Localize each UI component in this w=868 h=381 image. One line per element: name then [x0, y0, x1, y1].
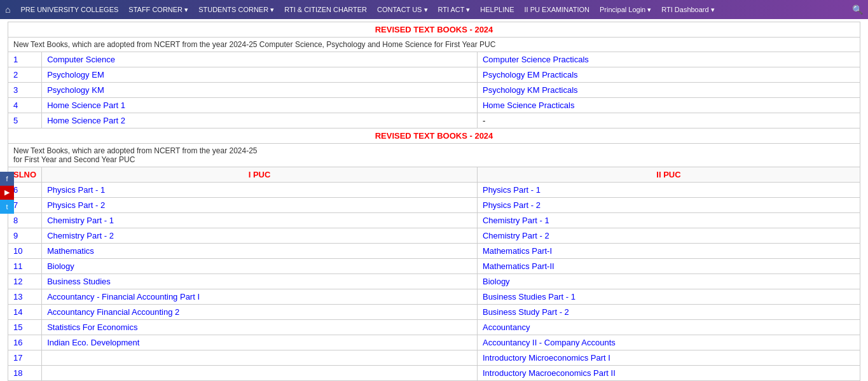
- iipuc-link[interactable]: Introductory Microeconomics Part I: [483, 353, 610, 363]
- iipuc-cell: -: [477, 113, 860, 128]
- table-row: 8Chemistry Part - 1Chemistry Part - 1: [8, 213, 860, 228]
- table-row: 4 Home Science Part 1 Home Science Pract…: [8, 98, 860, 113]
- iipuc-link[interactable]: Computer Science Practicals: [483, 55, 589, 64]
- navbar: ⌂ PRE UNIVERSITY COLLEGES STAFF CORNER ▾…: [0, 0, 868, 19]
- ipuc-link[interactable]: Business Studies: [47, 277, 111, 286]
- iipuc-link[interactable]: Mathematics Part-I: [483, 246, 552, 256]
- table-row: 15Statistics For EconomicsAccountancy: [8, 320, 860, 335]
- nav-ii-pu[interactable]: II PU EXAMINATION: [520, 6, 595, 13]
- ipuc-cell: Chemistry Part - 2: [42, 228, 478, 244]
- iipuc-link[interactable]: Physics Part - 1: [483, 185, 541, 195]
- iipuc-link[interactable]: Psychology KM Practicals: [483, 85, 578, 95]
- iipuc-link[interactable]: Chemistry Part - 1: [483, 216, 549, 225]
- section2-intro: New Text Books, which are adopted from N…: [8, 144, 860, 167]
- nav-pre-university[interactable]: PRE UNIVERSITY COLLEGES: [15, 6, 123, 13]
- slno-cell: 11: [8, 259, 42, 274]
- slno-cell: 5: [8, 113, 42, 128]
- iipuc-cell: Psychology KM Practicals: [477, 83, 860, 98]
- ipuc-cell: Home Science Part 2: [42, 113, 478, 128]
- ipuc-link[interactable]: Indian Eco. Development: [47, 338, 139, 347]
- table-row: 1 Computer Science Computer Science Prac…: [8, 52, 860, 67]
- table-row: 11BiologyMathematics Part-II: [8, 259, 860, 274]
- slno-cell: 9: [8, 228, 42, 244]
- ipuc-link[interactable]: Psychology EM: [47, 70, 104, 80]
- ipuc-link[interactable]: Physics Part - 1: [47, 185, 105, 195]
- iipuc-link[interactable]: Mathematics Part-II: [483, 261, 555, 271]
- iipuc-link[interactable]: Business Studies Part - 1: [483, 292, 575, 301]
- section2-intro-row: New Text Books, which are adopted from N…: [8, 144, 860, 167]
- table-row: 2 Psychology EM Psychology EM Practicals: [8, 67, 860, 83]
- ipuc-cell: Statistics For Economics: [42, 320, 478, 335]
- iipuc-link[interactable]: Psychology EM Practicals: [483, 70, 578, 80]
- ipuc-link[interactable]: Accountancy - Financial Accounting Part …: [47, 292, 200, 301]
- ipuc-cell: Home Science Part 1: [42, 98, 478, 113]
- iipuc-link[interactable]: Business Study Part - 2: [483, 307, 569, 317]
- social-bar: f ▶ t: [0, 172, 14, 214]
- ipuc-link[interactable]: Computer Science: [47, 55, 115, 64]
- iipuc-link[interactable]: Biology: [483, 277, 510, 286]
- iipuc-cell: Accountancy II - Company Accounts: [477, 335, 860, 350]
- ipuc-link[interactable]: Psychology KM: [47, 85, 104, 95]
- ipuc-link[interactable]: Physics Part - 2: [47, 200, 105, 210]
- nav-rti-citizen[interactable]: RTI & CITIZEN CHARTER: [279, 6, 372, 13]
- nav-students-corner[interactable]: STUDENTS CORNER ▾: [193, 6, 279, 14]
- ipuc-link[interactable]: Chemistry Part - 2: [47, 231, 114, 240]
- section1-intro-row: New Text Books, which are adopted from N…: [8, 38, 860, 52]
- nav-contact-us[interactable]: CONTACT US ▾: [372, 6, 433, 14]
- ipuc-cell: Psychology EM: [42, 67, 478, 83]
- iipuc-link[interactable]: Chemistry Part - 2: [483, 231, 549, 240]
- ipuc-link[interactable]: Mathematics: [47, 246, 94, 256]
- ipuc-cell: [42, 366, 478, 381]
- nav-rti-act[interactable]: RTI ACT ▾: [433, 6, 476, 14]
- iipuc-link[interactable]: Physics Part - 2: [483, 200, 541, 210]
- iipuc-cell: Computer Science Practicals: [477, 52, 860, 67]
- search-icon[interactable]: 🔍: [852, 4, 863, 15]
- nav-helpline[interactable]: HELPLINE: [475, 6, 519, 13]
- ipuc-cell: [42, 350, 478, 366]
- iipuc-link[interactable]: Introductory Macroeconomics Part II: [483, 368, 616, 378]
- iipuc-cell: Biology: [477, 274, 860, 289]
- main-content: REVISED TEXT BOOKS - 2024 New Text Books…: [0, 19, 868, 381]
- ipuc-link[interactable]: Home Science Part 2: [47, 116, 125, 125]
- facebook-button[interactable]: f: [0, 172, 14, 186]
- nav-staff-corner[interactable]: STAFF CORNER ▾: [123, 6, 193, 14]
- slno-cell: 4: [8, 98, 42, 113]
- ipuc-cell: Accountancy Financial Accounting 2: [42, 305, 478, 320]
- slno-cell: 1: [8, 52, 42, 67]
- slno-cell: 15: [8, 320, 42, 335]
- nav-rti-dashboard[interactable]: RTI Dashboard ▾: [656, 6, 719, 14]
- table-row: 6Physics Part - 1Physics Part - 1: [8, 183, 860, 198]
- ipuc-link[interactable]: Statistics For Economics: [47, 322, 137, 332]
- iipuc-cell: Chemistry Part - 1: [477, 213, 860, 228]
- section1-header: REVISED TEXT BOOKS - 2024: [8, 22, 860, 38]
- section1-header-row: REVISED TEXT BOOKS - 2024: [8, 22, 860, 38]
- iipuc-link[interactable]: Home Science Practicals: [483, 100, 575, 110]
- home-icon[interactable]: ⌂: [5, 4, 10, 15]
- table-row: 18Introductory Macroeconomics Part II: [8, 366, 860, 381]
- slno-cell: 10: [8, 244, 42, 259]
- ipuc-cell: Mathematics: [42, 244, 478, 259]
- ipuc-link[interactable]: Biology: [47, 261, 74, 271]
- iipuc-cell: Business Study Part - 2: [477, 305, 860, 320]
- iipuc-link[interactable]: Accountancy II - Company Accounts: [483, 338, 616, 347]
- textbooks-table: REVISED TEXT BOOKS - 2024 New Text Books…: [8, 22, 860, 381]
- ipuc-cell: Biology: [42, 259, 478, 274]
- slno-cell: 13: [8, 289, 42, 305]
- table-row: 14Accountancy Financial Accounting 2Busi…: [8, 305, 860, 320]
- ipuc-cell: Physics Part - 2: [42, 198, 478, 213]
- table-row: 7Physics Part - 2Physics Part - 2: [8, 198, 860, 213]
- ipuc-link[interactable]: Home Science Part 1: [47, 100, 125, 110]
- nav-principal-login[interactable]: Principal Login ▾: [595, 6, 656, 14]
- ipuc-link[interactable]: Accountancy Financial Accounting 2: [47, 307, 179, 317]
- ipuc-cell: Computer Science: [42, 52, 478, 67]
- iipuc-cell: Physics Part - 1: [477, 183, 860, 198]
- youtube-button[interactable]: ▶: [0, 186, 14, 200]
- iipuc-cell: Physics Part - 2: [477, 198, 860, 213]
- iipuc-cell: Mathematics Part-I: [477, 244, 860, 259]
- ipuc-link[interactable]: Chemistry Part - 1: [47, 216, 114, 225]
- iipuc-link[interactable]: Accountancy: [483, 322, 530, 332]
- table-row: 17Introductory Microeconomics Part I: [8, 350, 860, 366]
- slno-cell: 18: [8, 366, 42, 381]
- iipuc-cell: Introductory Macroeconomics Part II: [477, 366, 860, 381]
- twitter-button[interactable]: t: [0, 200, 14, 214]
